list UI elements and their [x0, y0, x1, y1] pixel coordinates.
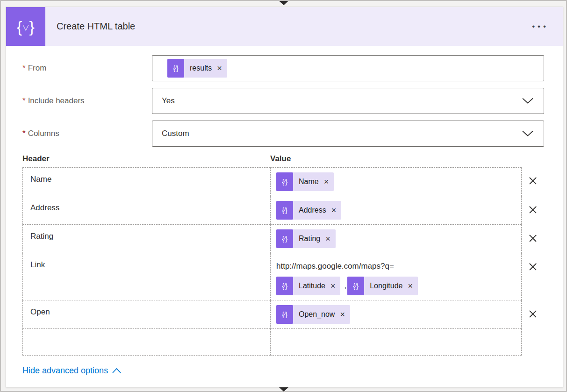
- table-column-headers: Header Value: [22, 154, 544, 164]
- token-remove-icon[interactable]: ×: [329, 282, 341, 290]
- column-header-input[interactable]: Address: [22, 196, 270, 225]
- table-row: Linkhttp://maps.google.com/maps?q={∕}Lat…: [22, 253, 544, 300]
- token-braces-icon: {∕}: [276, 305, 293, 324]
- column-value-input[interactable]: {∕}Open_now×: [270, 300, 522, 329]
- table-row: Address{∕}Address×: [22, 196, 544, 225]
- from-label: *From: [22, 64, 152, 73]
- hide-advanced-options-link[interactable]: Hide advanced options: [22, 366, 121, 376]
- columns-field-row: *Columns Custom: [22, 121, 544, 147]
- column-header-input[interactable]: Rating: [22, 225, 270, 253]
- token-label: Longitude: [364, 282, 406, 290]
- from-field-row: *From {∕} results ×: [22, 55, 544, 81]
- delete-cell: [522, 329, 544, 356]
- token-label: Open_now: [293, 310, 338, 319]
- token-label: Latitude: [293, 282, 329, 290]
- delete-row-button[interactable]: [528, 233, 538, 243]
- value-text: ,: [344, 277, 346, 295]
- dynamic-content-token[interactable]: {∕}Name×: [276, 172, 334, 191]
- table-row: Open{∕}Open_now×: [22, 300, 544, 329]
- columns-dropdown[interactable]: Custom: [152, 121, 544, 147]
- column-value-input[interactable]: {∕}Address×: [270, 196, 522, 225]
- token-remove-icon[interactable]: ×: [324, 235, 336, 243]
- from-input[interactable]: {∕} results ×: [152, 55, 544, 81]
- delete-row-button[interactable]: [528, 309, 538, 319]
- token-label: Rating: [293, 235, 324, 243]
- value-text: http://maps.google.com/maps?q=: [276, 257, 394, 276]
- columns-label: *Columns: [22, 129, 152, 138]
- token-label: Name: [293, 178, 323, 186]
- column-header-input[interactable]: [22, 329, 270, 356]
- required-asterisk: *: [22, 64, 26, 72]
- delete-cell: [522, 300, 544, 329]
- include-headers-field-row: *Include headers Yes: [22, 88, 544, 114]
- connector-arrow-bottom: [279, 387, 288, 392]
- chevron-up-icon: [112, 368, 121, 373]
- action-body: *From {∕} results × *Include headers Yes: [6, 46, 563, 376]
- connector-arrow-top: [279, 1, 288, 5]
- dynamic-content-token[interactable]: {∕} results ×: [167, 59, 227, 78]
- dynamic-content-token[interactable]: {∕}Rating×: [276, 229, 336, 248]
- delete-row-button[interactable]: [528, 205, 538, 215]
- token-braces-icon: {∕}: [167, 59, 184, 78]
- column-value-input[interactable]: [270, 329, 522, 356]
- ellipsis-menu-button[interactable]: •••: [530, 20, 551, 33]
- token-remove-icon[interactable]: ×: [406, 282, 418, 290]
- token-braces-icon: {∕}: [276, 172, 293, 191]
- flow-designer-canvas: {▽} Create HTML table ••• *From {∕} resu…: [0, 0, 567, 392]
- table-row: Rating{∕}Rating×: [22, 225, 544, 253]
- table-row: [22, 329, 544, 356]
- token-braces-icon: {∕}: [276, 201, 293, 220]
- data-operations-icon: {▽}: [6, 7, 45, 46]
- column-header-input[interactable]: Name: [22, 167, 270, 196]
- token-braces-icon: {∕}: [276, 277, 293, 295]
- action-title: Create HTML table: [57, 21, 135, 32]
- include-headers-value: Yes: [162, 96, 175, 106]
- column-value-input[interactable]: {∕}Name×: [270, 167, 522, 196]
- token-label: Address: [293, 206, 330, 214]
- include-headers-label: *Include headers: [22, 96, 152, 106]
- token-remove-icon[interactable]: ×: [323, 178, 334, 186]
- token-label: results: [184, 64, 215, 72]
- column-header-input[interactable]: Open: [22, 300, 270, 329]
- token-remove-icon[interactable]: ×: [338, 310, 350, 319]
- column-header-input[interactable]: Link: [22, 253, 270, 300]
- columns-table: Name{∕}Name×Address{∕}Address×Rating{∕}R…: [22, 167, 544, 356]
- create-html-table-action-card: {▽} Create HTML table ••• *From {∕} resu…: [6, 7, 563, 387]
- token-remove-icon[interactable]: ×: [330, 206, 342, 214]
- chevron-down-icon: [522, 131, 533, 137]
- columns-value: Custom: [162, 129, 189, 138]
- token-braces-icon: {∕}: [276, 229, 293, 248]
- value-column-title: Value: [270, 154, 522, 164]
- braces-funnel-icon: {▽}: [17, 19, 35, 35]
- column-value-input[interactable]: http://maps.google.com/maps?q={∕}Latitud…: [270, 253, 522, 300]
- required-asterisk: *: [22, 96, 26, 105]
- include-headers-dropdown[interactable]: Yes: [152, 88, 544, 114]
- dynamic-content-token[interactable]: {∕}Address×: [276, 201, 341, 220]
- action-header: {▽} Create HTML table •••: [6, 7, 563, 46]
- table-row: Name{∕}Name×: [22, 167, 544, 196]
- dynamic-content-token[interactable]: {∕}Open_now×: [276, 305, 350, 324]
- delete-row-button[interactable]: [528, 176, 538, 186]
- token-remove-icon[interactable]: ×: [215, 64, 227, 72]
- delete-cell: [522, 253, 544, 300]
- delete-cell: [522, 225, 544, 253]
- dynamic-content-token[interactable]: {∕}Latitude×: [276, 277, 340, 295]
- delete-cell: [522, 167, 544, 196]
- dynamic-content-token[interactable]: {∕}Longitude×: [347, 277, 418, 295]
- chevron-down-icon: [522, 98, 533, 104]
- delete-cell: [522, 196, 544, 225]
- header-column-title: Header: [22, 154, 270, 164]
- required-asterisk: *: [22, 129, 26, 138]
- column-value-input[interactable]: {∕}Rating×: [270, 225, 522, 253]
- token-braces-icon: {∕}: [347, 277, 364, 295]
- delete-row-button[interactable]: [528, 262, 538, 272]
